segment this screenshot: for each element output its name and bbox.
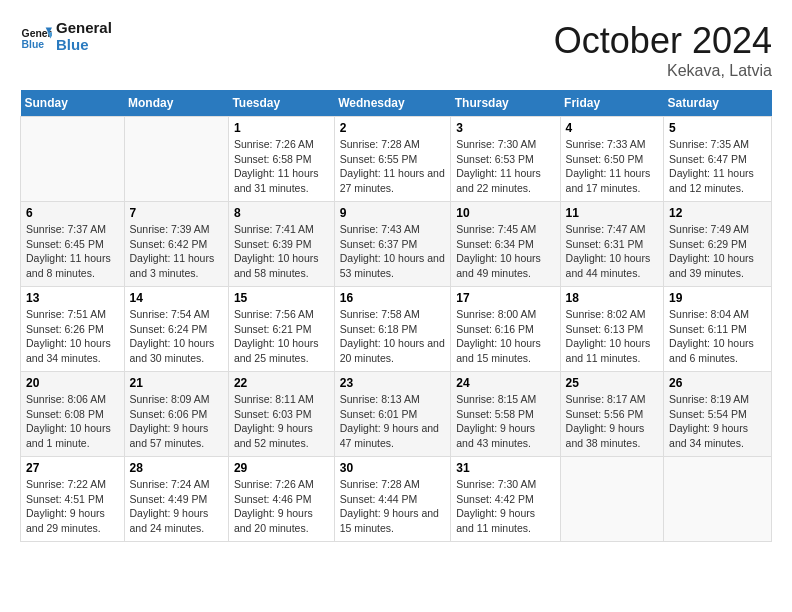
calendar-cell: 13Sunrise: 7:51 AMSunset: 6:26 PMDayligh… (21, 287, 125, 372)
day-number: 18 (566, 291, 659, 305)
calendar-cell: 19Sunrise: 8:04 AMSunset: 6:11 PMDayligh… (664, 287, 772, 372)
calendar-cell: 27Sunrise: 7:22 AMSunset: 4:51 PMDayligh… (21, 457, 125, 542)
calendar-body: 1Sunrise: 7:26 AMSunset: 6:58 PMDaylight… (21, 117, 772, 542)
day-number: 13 (26, 291, 119, 305)
calendar-cell (560, 457, 664, 542)
day-number: 7 (130, 206, 223, 220)
calendar-cell: 6Sunrise: 7:37 AMSunset: 6:45 PMDaylight… (21, 202, 125, 287)
month-title: October 2024 (554, 20, 772, 62)
weekday-header-monday: Monday (124, 90, 228, 117)
logo: General Blue General Blue (20, 20, 112, 53)
svg-text:Blue: Blue (22, 39, 45, 50)
day-number: 31 (456, 461, 554, 475)
day-number: 10 (456, 206, 554, 220)
day-number: 23 (340, 376, 446, 390)
weekday-header-wednesday: Wednesday (334, 90, 451, 117)
day-number: 22 (234, 376, 329, 390)
day-content: Sunrise: 7:47 AMSunset: 6:31 PMDaylight:… (566, 222, 659, 281)
day-content: Sunrise: 7:45 AMSunset: 6:34 PMDaylight:… (456, 222, 554, 281)
day-content: Sunrise: 7:24 AMSunset: 4:49 PMDaylight:… (130, 477, 223, 536)
week-row-5: 27Sunrise: 7:22 AMSunset: 4:51 PMDayligh… (21, 457, 772, 542)
calendar-cell: 15Sunrise: 7:56 AMSunset: 6:21 PMDayligh… (228, 287, 334, 372)
day-content: Sunrise: 8:17 AMSunset: 5:56 PMDaylight:… (566, 392, 659, 451)
day-content: Sunrise: 7:43 AMSunset: 6:37 PMDaylight:… (340, 222, 446, 281)
day-content: Sunrise: 7:30 AMSunset: 6:53 PMDaylight:… (456, 137, 554, 196)
calendar-cell: 17Sunrise: 8:00 AMSunset: 6:16 PMDayligh… (451, 287, 560, 372)
calendar-cell (664, 457, 772, 542)
calendar-cell: 31Sunrise: 7:30 AMSunset: 4:42 PMDayligh… (451, 457, 560, 542)
day-number: 24 (456, 376, 554, 390)
day-number: 2 (340, 121, 446, 135)
calendar-cell: 30Sunrise: 7:28 AMSunset: 4:44 PMDayligh… (334, 457, 451, 542)
calendar-cell: 9Sunrise: 7:43 AMSunset: 6:37 PMDaylight… (334, 202, 451, 287)
day-content: Sunrise: 7:28 AMSunset: 4:44 PMDaylight:… (340, 477, 446, 536)
day-content: Sunrise: 7:35 AMSunset: 6:47 PMDaylight:… (669, 137, 766, 196)
calendar-cell: 4Sunrise: 7:33 AMSunset: 6:50 PMDaylight… (560, 117, 664, 202)
day-content: Sunrise: 8:00 AMSunset: 6:16 PMDaylight:… (456, 307, 554, 366)
calendar-cell: 2Sunrise: 7:28 AMSunset: 6:55 PMDaylight… (334, 117, 451, 202)
day-content: Sunrise: 7:39 AMSunset: 6:42 PMDaylight:… (130, 222, 223, 281)
day-number: 3 (456, 121, 554, 135)
day-content: Sunrise: 7:49 AMSunset: 6:29 PMDaylight:… (669, 222, 766, 281)
day-content: Sunrise: 7:37 AMSunset: 6:45 PMDaylight:… (26, 222, 119, 281)
logo-icon: General Blue (20, 21, 52, 53)
calendar-cell: 26Sunrise: 8:19 AMSunset: 5:54 PMDayligh… (664, 372, 772, 457)
calendar-cell: 25Sunrise: 8:17 AMSunset: 5:56 PMDayligh… (560, 372, 664, 457)
week-row-2: 6Sunrise: 7:37 AMSunset: 6:45 PMDaylight… (21, 202, 772, 287)
day-content: Sunrise: 8:15 AMSunset: 5:58 PMDaylight:… (456, 392, 554, 451)
day-number: 8 (234, 206, 329, 220)
day-content: Sunrise: 8:19 AMSunset: 5:54 PMDaylight:… (669, 392, 766, 451)
location: Kekava, Latvia (554, 62, 772, 80)
calendar-cell: 5Sunrise: 7:35 AMSunset: 6:47 PMDaylight… (664, 117, 772, 202)
calendar-cell: 14Sunrise: 7:54 AMSunset: 6:24 PMDayligh… (124, 287, 228, 372)
calendar-cell: 20Sunrise: 8:06 AMSunset: 6:08 PMDayligh… (21, 372, 125, 457)
day-number: 1 (234, 121, 329, 135)
weekday-header-thursday: Thursday (451, 90, 560, 117)
calendar-cell: 29Sunrise: 7:26 AMSunset: 4:46 PMDayligh… (228, 457, 334, 542)
calendar-cell: 7Sunrise: 7:39 AMSunset: 6:42 PMDaylight… (124, 202, 228, 287)
week-row-4: 20Sunrise: 8:06 AMSunset: 6:08 PMDayligh… (21, 372, 772, 457)
weekday-header-friday: Friday (560, 90, 664, 117)
page-header: General Blue General Blue October 2024 K… (20, 20, 772, 80)
day-content: Sunrise: 8:11 AMSunset: 6:03 PMDaylight:… (234, 392, 329, 451)
day-content: Sunrise: 7:54 AMSunset: 6:24 PMDaylight:… (130, 307, 223, 366)
calendar-header: SundayMondayTuesdayWednesdayThursdayFrid… (21, 90, 772, 117)
day-number: 15 (234, 291, 329, 305)
day-number: 11 (566, 206, 659, 220)
weekday-header-row: SundayMondayTuesdayWednesdayThursdayFrid… (21, 90, 772, 117)
weekday-header-tuesday: Tuesday (228, 90, 334, 117)
day-number: 9 (340, 206, 446, 220)
day-content: Sunrise: 7:30 AMSunset: 4:42 PMDaylight:… (456, 477, 554, 536)
day-number: 29 (234, 461, 329, 475)
day-content: Sunrise: 8:06 AMSunset: 6:08 PMDaylight:… (26, 392, 119, 451)
week-row-3: 13Sunrise: 7:51 AMSunset: 6:26 PMDayligh… (21, 287, 772, 372)
calendar-table: SundayMondayTuesdayWednesdayThursdayFrid… (20, 90, 772, 542)
day-content: Sunrise: 8:09 AMSunset: 6:06 PMDaylight:… (130, 392, 223, 451)
day-number: 27 (26, 461, 119, 475)
day-number: 5 (669, 121, 766, 135)
day-content: Sunrise: 7:22 AMSunset: 4:51 PMDaylight:… (26, 477, 119, 536)
day-number: 28 (130, 461, 223, 475)
day-number: 16 (340, 291, 446, 305)
day-number: 19 (669, 291, 766, 305)
day-content: Sunrise: 7:28 AMSunset: 6:55 PMDaylight:… (340, 137, 446, 196)
weekday-header-sunday: Sunday (21, 90, 125, 117)
day-content: Sunrise: 7:26 AMSunset: 4:46 PMDaylight:… (234, 477, 329, 536)
day-number: 20 (26, 376, 119, 390)
calendar-cell: 11Sunrise: 7:47 AMSunset: 6:31 PMDayligh… (560, 202, 664, 287)
day-content: Sunrise: 8:04 AMSunset: 6:11 PMDaylight:… (669, 307, 766, 366)
day-content: Sunrise: 7:41 AMSunset: 6:39 PMDaylight:… (234, 222, 329, 281)
day-number: 21 (130, 376, 223, 390)
calendar-cell: 12Sunrise: 7:49 AMSunset: 6:29 PMDayligh… (664, 202, 772, 287)
day-content: Sunrise: 7:58 AMSunset: 6:18 PMDaylight:… (340, 307, 446, 366)
calendar-cell: 8Sunrise: 7:41 AMSunset: 6:39 PMDaylight… (228, 202, 334, 287)
week-row-1: 1Sunrise: 7:26 AMSunset: 6:58 PMDaylight… (21, 117, 772, 202)
day-number: 17 (456, 291, 554, 305)
logo-text-blue: Blue (56, 37, 112, 54)
day-content: Sunrise: 7:26 AMSunset: 6:58 PMDaylight:… (234, 137, 329, 196)
calendar-cell: 16Sunrise: 7:58 AMSunset: 6:18 PMDayligh… (334, 287, 451, 372)
calendar-cell: 24Sunrise: 8:15 AMSunset: 5:58 PMDayligh… (451, 372, 560, 457)
calendar-cell: 28Sunrise: 7:24 AMSunset: 4:49 PMDayligh… (124, 457, 228, 542)
day-number: 6 (26, 206, 119, 220)
calendar-cell: 22Sunrise: 8:11 AMSunset: 6:03 PMDayligh… (228, 372, 334, 457)
